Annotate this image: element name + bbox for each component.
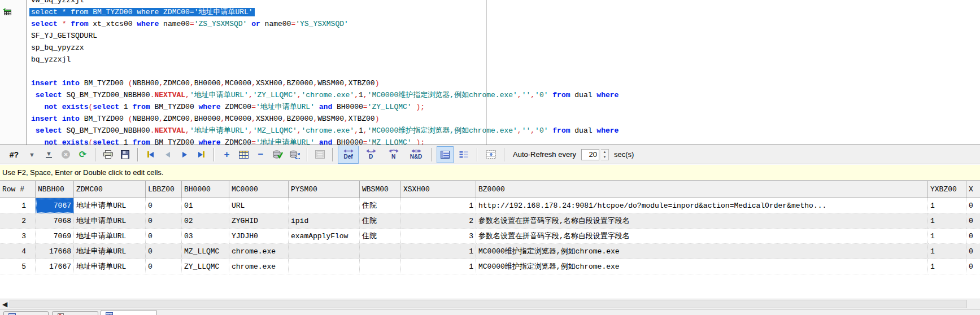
cell-nbbh00[interactable]: 17668 — [36, 244, 74, 259]
cell-lbbz00[interactable]: 0 — [146, 244, 182, 259]
save-icon[interactable] — [117, 147, 133, 162]
column-header-x[interactable]: X — [966, 181, 980, 198]
cell-zdmc00[interactable]: 地址申请单URL — [74, 244, 146, 259]
data-grid[interactable]: Row #NBBH00ZDMC00LBBZ00BH0000MC0000PYSM0… — [0, 181, 980, 299]
code-line[interactable]: bq_yzzxjl — [31, 54, 619, 65]
code-line[interactable]: select SQ_BM_TYZD00_NBBH00.NEXTVAL,'地址申请… — [31, 125, 619, 137]
column-header-wbsm00[interactable]: WBSM00 — [360, 181, 401, 198]
scrollbar-thumb[interactable] — [10, 300, 967, 308]
autorefresh-interval-input[interactable] — [581, 149, 599, 160]
cell-xsxh00[interactable]: 1 — [401, 244, 476, 259]
grid-view-icon[interactable] — [437, 146, 454, 163]
cell-bh0000[interactable]: 01 — [182, 198, 229, 213]
first-record-icon[interactable] — [143, 147, 158, 162]
size-columns-default-button[interactable]: Def — [338, 146, 359, 164]
cell-mc0000[interactable]: YJDJH0 — [229, 229, 289, 244]
code-line[interactable]: insert into BM_TYZD00 (NBBH00,ZDMC00,BH0… — [31, 77, 619, 89]
size-columns-data-button[interactable]: D — [360, 146, 381, 164]
filter-icon[interactable]: ▼ — [24, 147, 40, 162]
cell-pysm00[interactable] — [289, 198, 360, 213]
refresh-records-icon[interactable] — [287, 147, 302, 162]
cell-bz0000[interactable]: 参数名设置在拼音码字段,名称自段设置字段名 — [476, 213, 928, 229]
cell-wbsm00[interactable]: 住院 — [360, 229, 401, 244]
cell-mc0000[interactable]: URL — [229, 198, 289, 213]
cell-row-[interactable]: 4 — [0, 244, 36, 259]
cell-lbbz00[interactable]: 0 — [146, 198, 182, 213]
cell-bz0000[interactable]: 参数名设置在拼音码字段,名称自段设置字段名 — [476, 229, 928, 244]
cell-bz0000[interactable]: http://192.168.178.24:9081/htcpoe/do?mod… — [476, 198, 928, 213]
cell-bh0000[interactable]: 02 — [182, 213, 229, 229]
cell-pysm00[interactable]: ipid — [289, 213, 360, 229]
cell-bh0000[interactable]: 03 — [182, 229, 229, 244]
code-line[interactable]: vw_bq_yzzxjl — [31, 0, 619, 6]
cell-x[interactable]: 0 — [966, 213, 980, 229]
horizontal-scrollbar[interactable]: ◀ — [0, 299, 980, 309]
print-icon[interactable] — [101, 147, 116, 162]
prior-record-icon[interactable] — [160, 147, 175, 162]
cell-pysm00[interactable] — [289, 244, 360, 259]
code-line[interactable]: select * from BM_TYZD00 where ZDMC00='地址… — [31, 6, 619, 18]
column-header-row-[interactable]: Row # — [0, 181, 36, 198]
cell-zdmc00[interactable]: 地址申请单URL — [74, 198, 146, 213]
cell-bz0000[interactable]: MC0000维护指定浏览器,例如chrome.exe — [476, 259, 928, 274]
cell-yxbz00[interactable]: 1 — [928, 213, 966, 229]
cell-yxbz00[interactable]: 1 — [928, 259, 966, 274]
cell-x[interactable]: 0 — [966, 229, 980, 244]
cell-nbbh00[interactable]: 7068 — [36, 213, 74, 229]
code-line[interactable] — [31, 65, 619, 77]
cell-yxbz00[interactable]: 1 — [928, 229, 966, 244]
cell-x[interactable]: 0 — [966, 244, 980, 259]
cell-wbsm00[interactable] — [360, 244, 401, 259]
code-line[interactable]: select SQ_BM_TYZD00_NBBH00.NEXTVAL,'地址申请… — [31, 89, 619, 101]
code-line[interactable]: select * from xt_xtcs00 where name00='ZS… — [31, 18, 619, 30]
column-header-pysm00[interactable]: PYSM00 — [289, 181, 360, 198]
delete-record-icon[interactable]: − — [253, 147, 268, 162]
cell-xsxh00[interactable]: 1 — [401, 198, 476, 213]
size-columns-name-and-data-button[interactable]: N&D — [406, 146, 426, 164]
column-header-nbbh00[interactable]: NBBH00 — [36, 181, 74, 198]
cell-bz0000[interactable]: MC0000维护指定浏览器,例如chrome.exe — [476, 244, 928, 259]
cell-yxbz00[interactable]: 1 — [928, 198, 966, 213]
column-header-zdmc00[interactable]: ZDMC00 — [74, 181, 146, 198]
cell-nbbh00[interactable]: 7067 — [36, 198, 74, 213]
cell-mc0000[interactable]: chrome.exe — [229, 244, 289, 259]
column-header-lbbz00[interactable]: LBBZ00 — [146, 181, 182, 198]
cell-zdmc00[interactable]: 地址申请单URL — [74, 229, 146, 244]
cell-row-[interactable]: 1 — [0, 198, 36, 213]
cell-xsxh00[interactable]: 2 — [401, 213, 476, 229]
cell-nbbh00[interactable]: 7069 — [36, 229, 74, 244]
cell-wbsm00[interactable]: 住院 — [360, 213, 401, 229]
cell-x[interactable]: 0 — [966, 198, 980, 213]
cell-row-[interactable]: 5 — [0, 259, 36, 274]
cell-lbbz00[interactable]: 0 — [146, 259, 182, 274]
insert-record-icon[interactable]: + — [219, 147, 234, 162]
selected-code-line[interactable]: select * from BM_TYZD00 where ZDMC00='地址… — [29, 8, 255, 16]
code-line[interactable]: sp_bq_ypyzzx — [31, 42, 619, 54]
code-line[interactable]: not exists(select 1 from BM_TYZD00 where… — [31, 101, 619, 113]
cell-row-[interactable]: 2 — [0, 213, 36, 229]
scroll-left-arrow[interactable]: ◀ — [0, 299, 10, 309]
column-header-yxbz00[interactable]: YXBZ00 — [928, 181, 966, 198]
cell-mc0000[interactable]: chrome.exe — [229, 259, 289, 274]
insert-grid-icon[interactable] — [236, 147, 251, 162]
cell-xsxh00[interactable]: 1 — [401, 259, 476, 274]
column-header-bh0000[interactable]: BH0000 — [182, 181, 229, 198]
cell-bh0000[interactable]: MZ_LLQMC — [182, 244, 229, 259]
autorefresh-spinner[interactable]: ▲▼ — [601, 149, 609, 160]
cell-wbsm00[interactable]: 住院 — [360, 198, 401, 213]
cell-row-[interactable]: 3 — [0, 229, 36, 244]
code-line[interactable]: insert into BM_TYZD00 (NBBH00,ZDMC00,BH0… — [31, 113, 619, 125]
cell-pysm00[interactable] — [289, 259, 360, 274]
auto-row-height-icon[interactable] — [482, 146, 499, 163]
cell-pysm00[interactable]: examApplyFlow — [289, 229, 360, 244]
next-record-icon[interactable] — [177, 147, 192, 162]
code-line[interactable]: not exists(select 1 from BM_TYZD00 where… — [31, 137, 619, 145]
cell-nbbh00[interactable]: 17667 — [36, 259, 74, 274]
refresh-icon[interactable]: ⟳ — [75, 147, 90, 162]
cell-zdmc00[interactable]: 地址申请单URL — [74, 213, 146, 229]
cell-bh0000[interactable]: ZY_LLQMC — [182, 259, 229, 274]
cell-x[interactable]: 0 — [966, 259, 980, 274]
filter-apply-icon[interactable]: ▼ — [41, 147, 56, 162]
column-header-bz0000[interactable]: BZ0000 — [476, 181, 928, 198]
spinner-down-icon[interactable]: ▼ — [601, 155, 608, 160]
